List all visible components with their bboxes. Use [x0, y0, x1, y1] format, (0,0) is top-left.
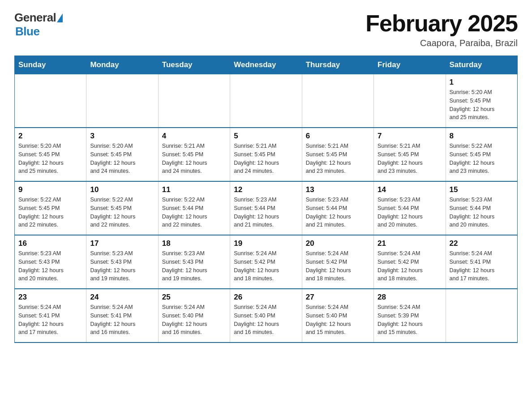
col-tuesday: Tuesday: [158, 56, 230, 74]
table-row: 27Sunrise: 5:24 AMSunset: 5:40 PMDayligh…: [302, 289, 373, 342]
logo: General Blue: [14, 11, 64, 39]
calendar-body: 1Sunrise: 5:20 AMSunset: 5:45 PMDaylight…: [15, 74, 518, 343]
day-info: Sunrise: 5:24 AMSunset: 5:40 PMDaylight:…: [162, 303, 226, 337]
day-number: 25: [162, 293, 226, 302]
table-row: [302, 74, 373, 128]
day-number: 2: [18, 132, 82, 141]
day-number: 14: [378, 185, 442, 194]
day-number: 18: [162, 239, 226, 248]
title-block: February 2025 Caapora, Paraiba, Brazil: [365, 11, 518, 48]
table-row: 24Sunrise: 5:24 AMSunset: 5:41 PMDayligh…: [86, 289, 158, 342]
day-info: Sunrise: 5:23 AMSunset: 5:43 PMDaylight:…: [162, 249, 226, 283]
day-number: 20: [306, 239, 370, 248]
table-row: 4Sunrise: 5:21 AMSunset: 5:45 PMDaylight…: [158, 128, 230, 181]
table-row: 10Sunrise: 5:22 AMSunset: 5:45 PMDayligh…: [86, 181, 158, 235]
day-info: Sunrise: 5:22 AMSunset: 5:45 PMDaylight:…: [450, 142, 514, 176]
day-number: 10: [90, 185, 154, 194]
day-number: 22: [450, 239, 514, 248]
col-thursday: Thursday: [302, 56, 373, 74]
table-row: 17Sunrise: 5:23 AMSunset: 5:43 PMDayligh…: [86, 235, 158, 289]
col-wednesday: Wednesday: [230, 56, 302, 74]
day-info: Sunrise: 5:20 AMSunset: 5:45 PMDaylight:…: [18, 142, 82, 176]
day-info: Sunrise: 5:23 AMSunset: 5:43 PMDaylight:…: [18, 249, 82, 283]
col-monday: Monday: [86, 56, 158, 74]
table-row: 11Sunrise: 5:22 AMSunset: 5:44 PMDayligh…: [158, 181, 230, 235]
day-info: Sunrise: 5:23 AMSunset: 5:43 PMDaylight:…: [90, 249, 154, 283]
table-row: [446, 289, 517, 342]
day-info: Sunrise: 5:24 AMSunset: 5:40 PMDaylight:…: [234, 303, 298, 337]
day-number: 11: [162, 185, 226, 194]
table-row: 25Sunrise: 5:24 AMSunset: 5:40 PMDayligh…: [158, 289, 230, 342]
logo-top: General: [14, 11, 64, 25]
day-info: Sunrise: 5:23 AMSunset: 5:44 PMDaylight:…: [306, 196, 370, 229]
table-row: [230, 74, 302, 128]
day-number: 6: [306, 132, 370, 141]
day-number: 19: [234, 239, 298, 248]
table-row: 12Sunrise: 5:23 AMSunset: 5:44 PMDayligh…: [230, 181, 302, 235]
table-row: [374, 74, 446, 128]
col-friday: Friday: [374, 56, 446, 74]
day-info: Sunrise: 5:24 AMSunset: 5:42 PMDaylight:…: [306, 249, 370, 283]
day-number: 15: [450, 185, 514, 194]
day-info: Sunrise: 5:22 AMSunset: 5:45 PMDaylight:…: [18, 196, 82, 229]
table-row: [15, 74, 86, 128]
day-number: 12: [234, 185, 298, 194]
day-number: 28: [378, 293, 442, 302]
table-row: 23Sunrise: 5:24 AMSunset: 5:41 PMDayligh…: [15, 289, 86, 342]
table-row: 3Sunrise: 5:20 AMSunset: 5:45 PMDaylight…: [86, 128, 158, 181]
day-number: 5: [234, 132, 298, 141]
day-number: 26: [234, 293, 298, 302]
day-number: 17: [90, 239, 154, 248]
day-number: 13: [306, 185, 370, 194]
table-row: 14Sunrise: 5:23 AMSunset: 5:44 PMDayligh…: [374, 181, 446, 235]
day-number: 24: [90, 293, 154, 302]
day-number: 3: [90, 132, 154, 141]
calendar-table: Sunday Monday Tuesday Wednesday Thursday…: [14, 56, 518, 343]
day-info: Sunrise: 5:24 AMSunset: 5:41 PMDaylight:…: [18, 303, 82, 337]
table-row: 18Sunrise: 5:23 AMSunset: 5:43 PMDayligh…: [158, 235, 230, 289]
day-info: Sunrise: 5:24 AMSunset: 5:41 PMDaylight:…: [450, 249, 514, 283]
table-row: 21Sunrise: 5:24 AMSunset: 5:42 PMDayligh…: [374, 235, 446, 289]
day-number: 27: [306, 293, 370, 302]
day-info: Sunrise: 5:24 AMSunset: 5:40 PMDaylight:…: [306, 303, 370, 337]
table-row: 26Sunrise: 5:24 AMSunset: 5:40 PMDayligh…: [230, 289, 302, 342]
table-row: 15Sunrise: 5:23 AMSunset: 5:44 PMDayligh…: [446, 181, 517, 235]
page-subtitle: Caapora, Paraiba, Brazil: [365, 38, 518, 48]
col-sunday: Sunday: [15, 56, 86, 74]
table-row: 20Sunrise: 5:24 AMSunset: 5:42 PMDayligh…: [302, 235, 373, 289]
page-header: General Blue February 2025 Caapora, Para…: [14, 11, 518, 48]
day-number: 23: [18, 293, 82, 302]
day-info: Sunrise: 5:22 AMSunset: 5:44 PMDaylight:…: [162, 196, 226, 229]
calendar-header: Sunday Monday Tuesday Wednesday Thursday…: [15, 56, 518, 74]
day-info: Sunrise: 5:23 AMSunset: 5:44 PMDaylight:…: [378, 196, 442, 229]
table-row: 1Sunrise: 5:20 AMSunset: 5:45 PMDaylight…: [446, 74, 517, 128]
day-info: Sunrise: 5:21 AMSunset: 5:45 PMDaylight:…: [378, 142, 442, 176]
table-row: 5Sunrise: 5:21 AMSunset: 5:45 PMDaylight…: [230, 128, 302, 181]
table-row: 8Sunrise: 5:22 AMSunset: 5:45 PMDaylight…: [446, 128, 517, 181]
day-info: Sunrise: 5:21 AMSunset: 5:45 PMDaylight:…: [162, 142, 226, 176]
day-info: Sunrise: 5:24 AMSunset: 5:39 PMDaylight:…: [378, 303, 442, 337]
day-info: Sunrise: 5:20 AMSunset: 5:45 PMDaylight:…: [450, 88, 514, 122]
header-row: Sunday Monday Tuesday Wednesday Thursday…: [15, 56, 518, 74]
table-row: 9Sunrise: 5:22 AMSunset: 5:45 PMDaylight…: [15, 181, 86, 235]
table-row: 6Sunrise: 5:21 AMSunset: 5:45 PMDaylight…: [302, 128, 373, 181]
day-info: Sunrise: 5:21 AMSunset: 5:45 PMDaylight:…: [234, 142, 298, 176]
table-row: 13Sunrise: 5:23 AMSunset: 5:44 PMDayligh…: [302, 181, 373, 235]
day-info: Sunrise: 5:20 AMSunset: 5:45 PMDaylight:…: [90, 142, 154, 176]
day-number: 1: [450, 78, 514, 87]
page-title: February 2025: [365, 11, 518, 36]
table-row: 19Sunrise: 5:24 AMSunset: 5:42 PMDayligh…: [230, 235, 302, 289]
logo-blue-text: Blue: [15, 25, 39, 39]
logo-general-text: General: [14, 11, 56, 25]
table-row: 16Sunrise: 5:23 AMSunset: 5:43 PMDayligh…: [15, 235, 86, 289]
table-row: 22Sunrise: 5:24 AMSunset: 5:41 PMDayligh…: [446, 235, 517, 289]
day-number: 4: [162, 132, 226, 141]
logo-triangle-icon: [57, 13, 63, 22]
day-info: Sunrise: 5:23 AMSunset: 5:44 PMDaylight:…: [450, 196, 514, 229]
table-row: 2Sunrise: 5:20 AMSunset: 5:45 PMDaylight…: [15, 128, 86, 181]
table-row: [86, 74, 158, 128]
col-saturday: Saturday: [446, 56, 517, 74]
day-number: 21: [378, 239, 442, 248]
day-number: 16: [18, 239, 82, 248]
table-row: [158, 74, 230, 128]
